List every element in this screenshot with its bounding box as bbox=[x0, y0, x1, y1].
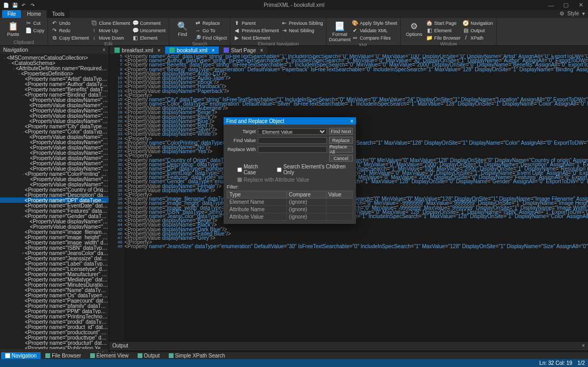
children-only-checkbox[interactable]: Search Element's Children Only bbox=[277, 164, 353, 175]
tree-row[interactable]: -<PropertiesDefinition> bbox=[0, 71, 109, 76]
prev-sibling-button[interactable]: ⇤Previous Sibling bbox=[281, 20, 323, 26]
start-page-pane-button[interactable]: 🏠Start Page bbox=[426, 20, 460, 26]
filter-table[interactable]: Type Compare Value Element Name(ignore)A… bbox=[227, 191, 353, 221]
tree-row[interactable]: <Property name="Benefits" dataType="stri… bbox=[0, 87, 109, 92]
copy-element-button[interactable]: ⧉Copy Element bbox=[51, 34, 89, 41]
tree-row[interactable]: <PropertyValue displayName="Audio-CD"/> bbox=[0, 97, 109, 102]
tree-row[interactable]: -<AttributeDefinition name="RequiredProp… bbox=[0, 65, 109, 71]
compare-files-button[interactable]: ⇔Compare Files bbox=[352, 34, 397, 41]
comment-button[interactable]: 💬Comment bbox=[132, 20, 166, 26]
tree-row[interactable]: -<Property name="ColorPrinting" dataType… bbox=[0, 171, 109, 176]
tree-row[interactable]: <PropertyValue displayName="No"/> bbox=[0, 176, 109, 182]
find-next-button[interactable]: Find Next bbox=[329, 128, 353, 135]
doc-tab-close-icon[interactable]: × bbox=[260, 48, 263, 53]
minimize-button[interactable]: — bbox=[544, 0, 558, 10]
filter-row[interactable]: Attribute Value(ignore) bbox=[227, 213, 353, 221]
output-pane-button[interactable]: ▤Output bbox=[462, 27, 493, 34]
find-button[interactable]: 🔍Find bbox=[172, 19, 192, 37]
tree-row[interactable]: <Property name="Country of Origin" dataT… bbox=[0, 187, 109, 192]
tree-row[interactable]: <Property name="Description" dataType="s… bbox=[0, 192, 109, 197]
target-select[interactable]: Element Value bbox=[258, 128, 327, 135]
move-up-button[interactable]: ↑Move Up bbox=[91, 27, 130, 34]
tree-row[interactable]: <PropertyValue displayName="eBook"/> bbox=[0, 108, 109, 113]
tree-row[interactable]: <PropertyValue displayName="Yes"/> bbox=[0, 182, 109, 187]
element-button[interactable]: ◧Element bbox=[132, 34, 166, 41]
doc-tab-close-icon[interactable]: × bbox=[157, 48, 160, 53]
tree-row[interactable]: <Property name="PrintingTechnology" data… bbox=[0, 314, 109, 319]
tree-row[interactable]: <Property name="Label" dataType="string"… bbox=[0, 261, 109, 266]
format-document-button[interactable]: 📃Format Document bbox=[330, 19, 350, 42]
tree-twisty-icon[interactable]: + bbox=[21, 251, 25, 256]
tree-row[interactable]: <Property name="Mediatype" dataType="str… bbox=[0, 277, 109, 282]
tree-row[interactable]: <Property name="Licensetype" dataType="s… bbox=[0, 266, 109, 271]
tree-row[interactable]: <PropertyValue displayName="Black"/> bbox=[0, 145, 109, 150]
tree-row[interactable]: <Property name="MinutesDuration" dataTyp… bbox=[0, 282, 109, 287]
document-tab[interactable]: Start Page× bbox=[219, 46, 267, 54]
bottom-tab[interactable]: File Browser bbox=[41, 352, 85, 359]
tree-row[interactable]: <Property name="ISBN" dataType="string" … bbox=[0, 245, 109, 250]
bottom-tab[interactable]: Navigation bbox=[1, 352, 41, 359]
filter-row[interactable]: Attribute Name(ignore) bbox=[227, 206, 353, 213]
paste-button[interactable]: 📋Paste bbox=[3, 19, 23, 37]
tree-row[interactable]: <PropertyValue displayName="Hardback"/> bbox=[0, 113, 109, 118]
tree-row[interactable]: -<Property name="Color" dataType="enumer… bbox=[0, 129, 109, 134]
match-case-checkbox[interactable]: Match Case bbox=[237, 164, 269, 175]
cut-button[interactable]: ✂Cut bbox=[25, 20, 44, 26]
tree-row[interactable]: <Property name="prodid" dataType="string… bbox=[0, 319, 109, 324]
doc-tab-close-icon[interactable]: × bbox=[211, 48, 215, 53]
tree-row[interactable]: <PropertyValue displayName="Blue"/> bbox=[0, 150, 109, 155]
tree-twisty-icon[interactable]: - bbox=[7, 61, 12, 65]
tree-row[interactable]: <PropertyValue displayName="Audio-Tape"/… bbox=[0, 102, 109, 108]
tree-row[interactable]: -<CatalogSchema> bbox=[0, 60, 109, 65]
tree-row[interactable]: <Property name="pfamily" dataType="strin… bbox=[0, 303, 109, 308]
tree-twisty-icon[interactable]: - bbox=[16, 71, 21, 76]
tree-row[interactable]: <Property name="Publication Year" dataTy… bbox=[0, 345, 109, 349]
tree-row[interactable]: <PropertyValue displayName="Paperback"/> bbox=[0, 118, 109, 124]
tree-row[interactable]: <Property name="EventDate" dataType="dat… bbox=[0, 203, 109, 208]
tree-row[interactable]: <Property name="Manufacturer" dataType="… bbox=[0, 271, 109, 277]
col-compare[interactable]: Compare bbox=[286, 191, 326, 199]
qat-new-icon[interactable]: 📄 bbox=[2, 2, 9, 9]
uncomment-button[interactable]: 💬Uncomment bbox=[132, 27, 166, 34]
clone-element-button[interactable]: ⿻Clone Element bbox=[91, 20, 130, 26]
find-value-input[interactable] bbox=[258, 137, 327, 144]
tree-row[interactable]: -<Property name="Binding" dataType="enum… bbox=[0, 92, 109, 97]
find-object-button[interactable]: 🔎Find Object bbox=[195, 34, 227, 41]
file-browser-pane-button[interactable]: 📁File Browser bbox=[426, 34, 460, 41]
tree-row[interactable]: -<Property name="Gender" dataType="enume… bbox=[0, 213, 109, 219]
navigation-tree[interactable]: -<MSCommerceCatalogCollection>-<CatalogS… bbox=[0, 54, 109, 349]
options-button[interactable]: ⚙Options bbox=[404, 19, 424, 37]
qat-save-icon[interactable]: 💾 bbox=[11, 2, 18, 9]
document-tab[interactable]: booksfull.xml× bbox=[165, 46, 219, 54]
replace-button[interactable]: ⇄Replace bbox=[195, 20, 227, 26]
tree-row[interactable]: <PropertyValue displayName="Male"/> bbox=[0, 224, 109, 229]
xpath-pane-button[interactable]: /XPath bbox=[462, 34, 493, 41]
tree-row[interactable]: <PropertyValue displayName="Aubergine"/> bbox=[0, 134, 109, 139]
tree-row[interactable]: <Property name="PPM" dataType="number" M… bbox=[0, 308, 109, 314]
replace-btn[interactable]: Replace bbox=[329, 137, 353, 144]
qat-redo-icon[interactable]: ↷ bbox=[29, 2, 36, 9]
col-type[interactable]: Type bbox=[227, 191, 287, 199]
element-pane-button[interactable]: ◧Element bbox=[426, 27, 460, 34]
tree-row[interactable]: <PropertyValue displayName="Silver"/> bbox=[0, 161, 109, 166]
maximize-button[interactable]: ▢ bbox=[558, 0, 573, 10]
tree-row[interactable]: <Property name="Os" dataType="string" Is… bbox=[0, 293, 109, 298]
goto-button[interactable]: →Go To bbox=[195, 27, 227, 34]
tree-row[interactable]: <Property name="Author" dataType="string… bbox=[0, 81, 109, 87]
tree-row[interactable]: <Property name="productcount" dataType="… bbox=[0, 330, 109, 335]
tree-row[interactable]: <PropertyValue displayName="White"/> bbox=[0, 166, 109, 171]
bottom-tab[interactable]: Simple XPath Search bbox=[165, 352, 229, 359]
next-element-button[interactable]: ▶Next Element bbox=[234, 34, 279, 41]
tree-row[interactable]: <Property name="Pagecount" dataType="num… bbox=[0, 298, 109, 303]
cancel-button[interactable]: Cancel bbox=[329, 155, 353, 162]
copy-button[interactable]: 📄Copy bbox=[25, 27, 44, 34]
tree-row[interactable]: <Property name="Features" dataType="stri… bbox=[0, 208, 109, 213]
tab-tools[interactable]: Tools bbox=[47, 10, 70, 18]
tree-twisty-icon[interactable]: - bbox=[21, 172, 25, 176]
tree-row[interactable]: <PropertyValue displayName="Red"/> bbox=[0, 155, 109, 161]
close-panel-icon[interactable]: × bbox=[102, 47, 105, 53]
tree-row[interactable]: <Property name="Artist" dataType="string… bbox=[0, 76, 109, 81]
tree-row[interactable]: <Property name="Jeanssize" dataType="enu… bbox=[0, 256, 109, 261]
apply-stylesheet-button[interactable]: 🎨Apply Style Sheet bbox=[352, 20, 397, 26]
replace-with-input[interactable] bbox=[258, 146, 327, 153]
